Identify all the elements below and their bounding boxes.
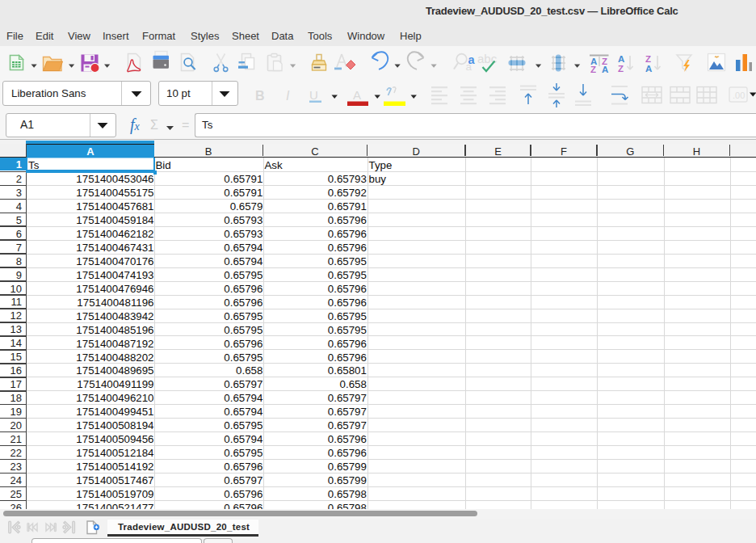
svg-text:A: A: [618, 54, 624, 64]
svg-text:.00: .00: [733, 90, 745, 100]
svg-text:I: I: [286, 89, 290, 103]
svg-text:A: A: [353, 88, 361, 102]
svg-text:Z: Z: [590, 65, 596, 74]
svg-text:A: A: [602, 65, 608, 74]
svg-text:Z: Z: [618, 64, 624, 74]
svg-text:A: A: [645, 64, 652, 74]
svg-text:Z: Z: [645, 54, 651, 64]
svg-text:B: B: [255, 89, 265, 103]
svg-text:U: U: [309, 88, 318, 102]
svg-text:a: a: [466, 61, 472, 73]
svg-text:abc: abc: [477, 52, 498, 65]
